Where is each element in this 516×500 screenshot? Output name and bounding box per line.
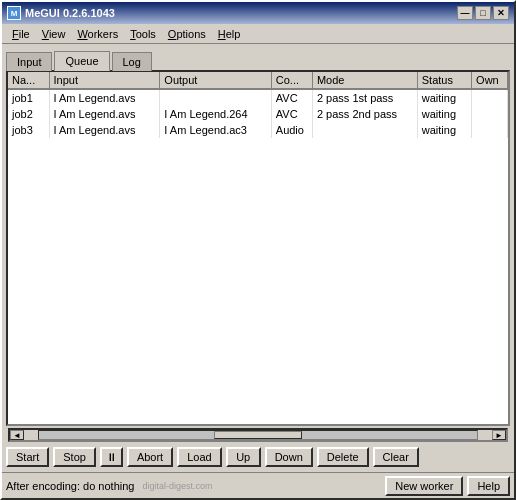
- new-worker-button[interactable]: New worker: [385, 476, 463, 496]
- scroll-left-button[interactable]: ◄: [10, 430, 24, 440]
- pause-button[interactable]: ⏸: [100, 447, 123, 467]
- cell-name: job3: [8, 122, 49, 138]
- scroll-right-button[interactable]: ►: [492, 430, 506, 440]
- app-icon: M: [7, 6, 21, 20]
- table-header-row: Na... Input Output Co... Mode Status Own: [8, 72, 508, 89]
- horizontal-scrollbar[interactable]: ◄ ►: [8, 428, 508, 442]
- close-button[interactable]: ✕: [493, 6, 509, 20]
- cell-name: job2: [8, 106, 49, 122]
- cell-input: I Am Legend.avs: [49, 106, 160, 122]
- tab-bar: Input Queue Log: [2, 44, 514, 70]
- cell-mode: 2 pass 2nd pass: [312, 106, 417, 122]
- bottom-controls: Start Stop ⏸ Abort Load Up Down Delete C…: [2, 442, 514, 472]
- down-button[interactable]: Down: [265, 447, 313, 467]
- tab-input[interactable]: Input: [6, 52, 52, 71]
- menu-bar: File View Workers Tools Options Help: [2, 24, 514, 44]
- maximize-button[interactable]: □: [475, 6, 491, 20]
- delete-button[interactable]: Delete: [317, 447, 369, 467]
- cell-name: job1: [8, 89, 49, 106]
- menu-options[interactable]: Options: [162, 27, 212, 41]
- cell-codec: AVC: [271, 106, 312, 122]
- abort-button[interactable]: Abort: [127, 447, 173, 467]
- tab-log[interactable]: Log: [112, 52, 152, 71]
- cell-status: waiting: [417, 106, 471, 122]
- window-title: MeGUI 0.2.6.1043: [25, 7, 115, 19]
- cell-codec: Audio: [271, 122, 312, 138]
- tab-queue[interactable]: Queue: [54, 51, 109, 71]
- col-output: Output: [160, 72, 271, 89]
- status-text: After encoding: do nothing: [6, 480, 134, 492]
- cell-owner: [472, 89, 508, 106]
- watermark-text: digital-digest.com: [142, 481, 212, 491]
- cell-output: I Am Legend.ac3: [160, 122, 271, 138]
- menu-file[interactable]: File: [6, 27, 36, 41]
- cell-input: I Am Legend.avs: [49, 122, 160, 138]
- menu-workers[interactable]: Workers: [71, 27, 124, 41]
- cell-owner: [472, 106, 508, 122]
- cell-owner: [472, 122, 508, 138]
- cell-input: I Am Legend.avs: [49, 89, 160, 106]
- queue-table-container: Na... Input Output Co... Mode Status Own…: [6, 70, 510, 426]
- menu-tools[interactable]: Tools: [124, 27, 162, 41]
- minimize-button[interactable]: —: [457, 6, 473, 20]
- col-mode: Mode: [312, 72, 417, 89]
- cell-mode: 2 pass 1st pass: [312, 89, 417, 106]
- scrollbar-thumb[interactable]: [214, 431, 302, 439]
- cell-mode: [312, 122, 417, 138]
- load-button[interactable]: Load: [177, 447, 221, 467]
- cell-output: I Am Legend.264: [160, 106, 271, 122]
- clear-button[interactable]: Clear: [373, 447, 419, 467]
- col-codec: Co...: [271, 72, 312, 89]
- col-name: Na...: [8, 72, 49, 89]
- window-body: File View Workers Tools Options Help Inp…: [2, 24, 514, 498]
- job-table: Na... Input Output Co... Mode Status Own…: [8, 72, 508, 138]
- main-window: M MeGUI 0.2.6.1043 — □ ✕ File View Worke…: [0, 0, 516, 500]
- up-button[interactable]: Up: [226, 447, 261, 467]
- title-bar-left: M MeGUI 0.2.6.1043: [7, 6, 115, 20]
- menu-help[interactable]: Help: [212, 27, 247, 41]
- col-owner: Own: [472, 72, 508, 89]
- table-row[interactable]: job3 I Am Legend.avs I Am Legend.ac3 Aud…: [8, 122, 508, 138]
- table-row[interactable]: job1 I Am Legend.avs AVC 2 pass 1st pass…: [8, 89, 508, 106]
- cell-codec: AVC: [271, 89, 312, 106]
- stop-button[interactable]: Stop: [53, 447, 96, 467]
- cell-output: [160, 89, 271, 106]
- title-buttons: — □ ✕: [457, 6, 509, 20]
- menu-view[interactable]: View: [36, 27, 72, 41]
- scrollbar-track[interactable]: [38, 430, 478, 440]
- status-left: After encoding: do nothing digital-diges…: [6, 480, 212, 492]
- col-input: Input: [49, 72, 160, 89]
- col-status: Status: [417, 72, 471, 89]
- help-button[interactable]: Help: [467, 476, 510, 496]
- status-bar: After encoding: do nothing digital-diges…: [2, 472, 514, 498]
- title-bar: M MeGUI 0.2.6.1043 — □ ✕: [2, 2, 514, 24]
- cell-status: waiting: [417, 122, 471, 138]
- status-right: New worker Help: [385, 476, 510, 496]
- table-row[interactable]: job2 I Am Legend.avs I Am Legend.264 AVC…: [8, 106, 508, 122]
- content-panel: Na... Input Output Co... Mode Status Own…: [2, 70, 514, 442]
- start-button[interactable]: Start: [6, 447, 49, 467]
- cell-status: waiting: [417, 89, 471, 106]
